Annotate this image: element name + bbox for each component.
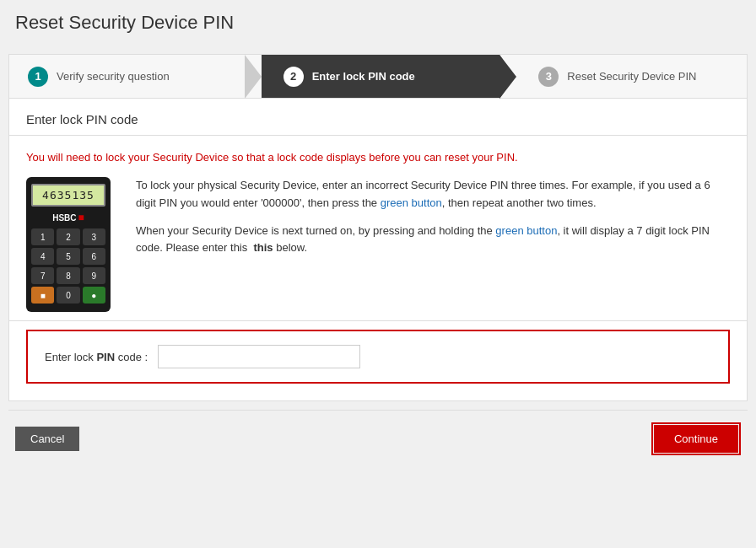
pin-row: Enter lock PIN code : <box>45 345 711 368</box>
pin-code-input[interactable] <box>158 345 360 368</box>
key-7: 7 <box>31 267 54 284</box>
step-arrow-1 <box>245 55 262 99</box>
main-content: 1 Verify security question 2 Enter lock … <box>8 54 748 401</box>
device-row: 4635135 HSBC ■ 1 2 3 4 5 6 <box>26 177 730 312</box>
pin-section: Enter lock PIN code : <box>26 330 730 384</box>
step-3: 3 Reset Security Device PIN <box>516 55 747 98</box>
key-3: 3 <box>83 228 105 245</box>
info-text: You will need to lock your Security Devi… <box>26 151 730 164</box>
step-3-label: Reset Security Device PIN <box>567 70 696 83</box>
hsbc-logo-icon: ■ <box>78 212 84 223</box>
page-title-bar: Reset Security Device PIN <box>0 0 756 46</box>
section-header: Enter lock PIN code <box>9 99 747 135</box>
device-bottom-row: ■ 0 ● <box>31 287 105 304</box>
step-1: 1 Verify security question <box>9 55 245 98</box>
key-5: 5 <box>57 248 79 265</box>
green-button-link: green button <box>381 196 442 209</box>
key-1: 1 <box>31 228 54 245</box>
step-2-label: Enter lock PIN code <box>312 70 415 83</box>
step-2: 2 Enter lock PIN code <box>262 55 500 98</box>
section-title: Enter lock PIN code <box>26 112 730 126</box>
description-p1: To lock your physical Security Device, e… <box>136 177 730 212</box>
pin-bold: PIN <box>96 351 115 363</box>
description-block: To lock your physical Security Device, e… <box>136 177 730 267</box>
key-0: 0 <box>57 287 79 304</box>
continue-button-wrapper: Continue <box>651 422 741 455</box>
pin-section-top-divider <box>9 320 747 321</box>
pin-label: Enter lock PIN code : <box>45 351 148 363</box>
cancel-button[interactable]: Cancel <box>15 427 79 451</box>
device-brand-text: HSBC <box>52 213 76 223</box>
info-block: You will need to lock your Security Devi… <box>9 136 747 320</box>
device-brand: HSBC ■ <box>31 212 105 223</box>
key-6: 6 <box>83 248 105 265</box>
step-2-number: 2 <box>284 67 304 87</box>
key-2: 2 <box>57 228 79 245</box>
key-9: 9 <box>83 267 105 284</box>
device-body: 4635135 HSBC ■ 1 2 3 4 5 6 <box>26 177 111 312</box>
step-1-number: 1 <box>28 67 48 87</box>
continue-button[interactable]: Continue <box>654 425 738 453</box>
key-8: 8 <box>57 267 79 284</box>
key-cancel: ■ <box>31 287 54 304</box>
step-1-label: Verify security question <box>57 70 170 83</box>
device-keypad: 1 2 3 4 5 6 7 8 9 <box>31 228 105 284</box>
green-button-link-2: green button <box>495 224 557 237</box>
page-title: Reset Security Device PIN <box>15 12 741 34</box>
key-4: 4 <box>31 248 54 265</box>
stepper: 1 Verify security question 2 Enter lock … <box>9 55 747 99</box>
this-bold: this <box>253 241 273 254</box>
step-3-number: 3 <box>538 67 559 87</box>
description-p2: When your Security Device is next turned… <box>136 223 730 258</box>
device-illustration: 4635135 HSBC ■ 1 2 3 4 5 6 <box>26 177 119 312</box>
footer-actions: Cancel Continue <box>0 411 756 467</box>
device-display: 4635135 <box>31 184 105 207</box>
key-power-icon: ● <box>83 287 105 304</box>
